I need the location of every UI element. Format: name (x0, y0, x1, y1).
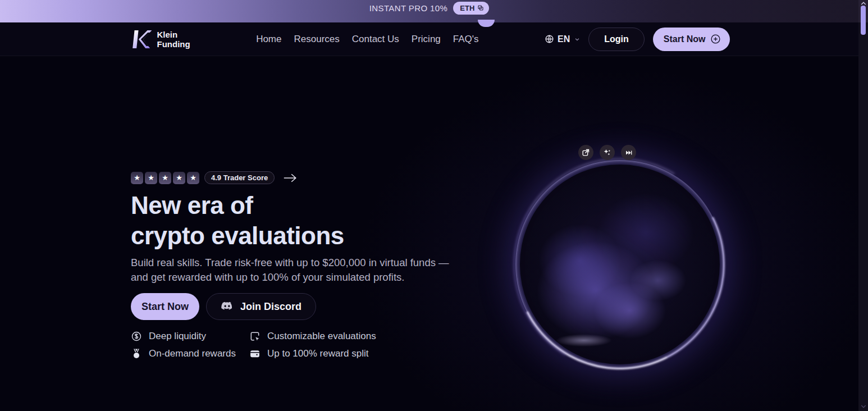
orb-nebula (520, 165, 720, 364)
page: INSTANT PRO 10% ETH (0, 0, 868, 411)
star-icon: ★ (187, 172, 199, 184)
feature-reward-split: Up to 100% reward split (249, 348, 376, 360)
feature-customizable-evaluations: Customizable evaluations (249, 330, 376, 342)
wallet-icon (249, 348, 261, 359)
customize-icon (249, 331, 261, 342)
klein-logo-icon (129, 28, 152, 51)
dollar-circle-icon (131, 331, 142, 342)
copy-icon (477, 4, 484, 11)
open-external-icon[interactable] (578, 145, 593, 160)
star-icon: ★ (131, 172, 143, 184)
promo-banner-content: INSTANT PRO 10% ETH (0, 1, 858, 15)
nav-link-pricing[interactable]: Pricing (412, 34, 441, 45)
language-label: EN (558, 34, 570, 44)
trader-score-badge[interactable]: 4.9 Trader Score (204, 171, 275, 184)
nav-link-contact-us[interactable]: Contact Us (352, 34, 399, 45)
brand-name: Klein Funding (157, 30, 190, 49)
start-now-label: Start Now (664, 34, 706, 44)
hero-description: Build real skills. Trade risk-free with … (131, 255, 456, 285)
feature-list: Deep liquidity On-demand rewards (131, 330, 456, 360)
arrow-right-icon[interactable] (283, 172, 297, 184)
nav-link-home[interactable]: Home (256, 34, 281, 45)
skip-forward-icon[interactable] (621, 145, 636, 160)
orb-controls (578, 145, 636, 160)
join-discord-button[interactable]: Join Discord (206, 293, 316, 320)
brand-logo[interactable]: Klein Funding (129, 28, 190, 51)
chevron-down-icon (574, 36, 580, 42)
rating-row: ★ ★ ★ ★ ★ 4.9 Trader Score (131, 171, 456, 184)
nav-link-faqs[interactable]: FAQ's (453, 34, 479, 45)
scroll-down-icon[interactable] (858, 403, 868, 410)
star-icon: ★ (173, 172, 185, 184)
promo-banner: INSTANT PRO 10% ETH (0, 0, 858, 22)
main-nav: Klein Funding Home Resources Contact Us … (0, 22, 858, 56)
scrollbar-thumb[interactable] (861, 6, 866, 35)
feature-deep-liquidity: Deep liquidity (131, 330, 249, 342)
nav-actions: EN Login Start Now (545, 28, 729, 51)
login-button[interactable]: Login (588, 28, 645, 51)
globe-icon (545, 34, 554, 44)
join-discord-label: Join Discord (240, 301, 301, 313)
sparkles-icon[interactable] (600, 145, 615, 160)
hero-section: ★ ★ ★ ★ ★ 4.9 Trader Score New era of cr… (0, 56, 858, 411)
star-rating: ★ ★ ★ ★ ★ (131, 172, 199, 184)
coin-badge[interactable]: ETH (453, 2, 489, 15)
hero-heading: New era of crypto evaluations (131, 190, 456, 251)
cta-row: Start Now Join Discord (131, 293, 456, 320)
feature-on-demand-rewards: On-demand rewards (131, 348, 249, 360)
hero-start-now-button[interactable]: Start Now (131, 293, 199, 320)
medal-icon (131, 348, 142, 359)
hero-orb-visual (515, 160, 724, 369)
star-icon: ★ (145, 172, 157, 184)
discord-icon (221, 302, 234, 312)
start-now-button[interactable]: Start Now (653, 28, 730, 51)
page-scrollbar[interactable] (858, 0, 868, 411)
plus-circle-icon (710, 34, 721, 44)
nav-link-resources[interactable]: Resources (294, 34, 339, 45)
star-icon: ★ (159, 172, 171, 184)
coin-badge-label: ETH (460, 4, 474, 12)
promo-text: INSTANT PRO 10% (369, 3, 448, 13)
language-selector[interactable]: EN (545, 34, 580, 44)
nav-links: Home Resources Contact Us Pricing FAQ's (256, 34, 478, 45)
